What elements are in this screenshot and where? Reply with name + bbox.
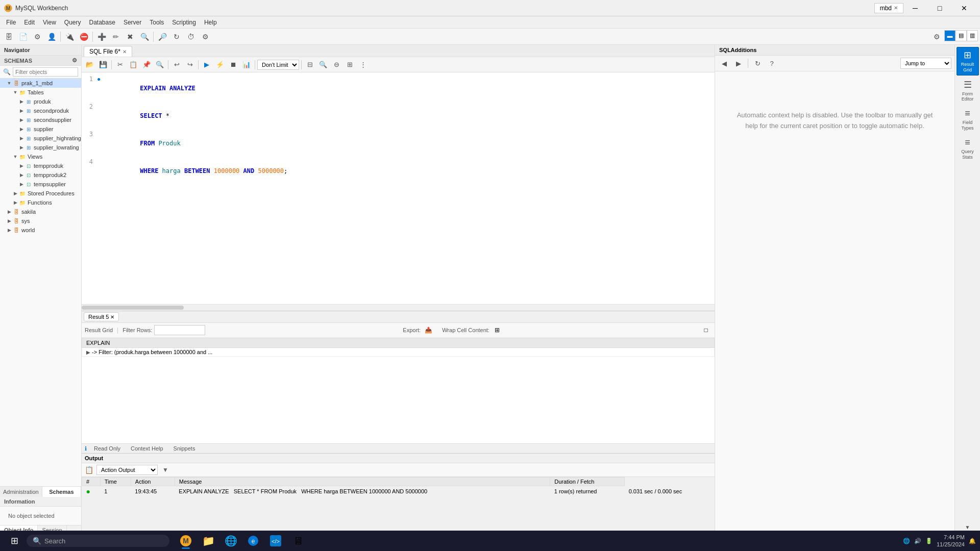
additions-back-btn[interactable]: ◀ <box>718 57 730 69</box>
edit-btn[interactable]: ✏ <box>109 30 122 43</box>
exec-sel-btn[interactable]: ⚡ <box>214 59 226 71</box>
limit-select[interactable]: Don't Limit 1000 rows <box>257 60 299 70</box>
disconnect-btn[interactable]: ⛔ <box>77 30 90 43</box>
tree-item-produk[interactable]: ▶ ⊞ produk <box>0 97 81 106</box>
tree-item-supplier-high[interactable]: ▶ ⊞ supplier_highrating <box>0 134 81 143</box>
sql-file-tab[interactable]: SQL File 6* ✕ <box>84 46 132 57</box>
tab-schemas[interactable]: Schemas <box>42 487 81 497</box>
code-editor[interactable]: 1 ● EXPLAIN ANALYZE 2 SELECT * 3 FROM Pr… <box>82 72 715 304</box>
tree-item-supplier[interactable]: ▶ ⊞ supplier <box>0 124 81 134</box>
snippets-btn[interactable]: Snippets <box>170 445 199 452</box>
filter-input[interactable] <box>13 67 78 77</box>
wrap-cell-btn[interactable]: ⊞ <box>492 324 503 336</box>
copy-btn[interactable]: 📋 <box>127 59 139 71</box>
context-help-btn[interactable]: Context Help <box>128 445 166 452</box>
menu-tools[interactable]: Tools <box>145 18 168 27</box>
tree-item-tempproduk[interactable]: ▶ ⊡ tempproduk <box>0 161 81 170</box>
stop-btn[interactable]: ⏹ <box>227 59 239 71</box>
tree-item-sys[interactable]: ▶ 🗄 sys <box>0 216 81 226</box>
view-mode-2[interactable]: ▤ <box>955 30 967 41</box>
save-file-btn[interactable]: 💾 <box>97 59 109 71</box>
menu-file[interactable]: File <box>2 18 20 27</box>
redo-btn[interactable]: ↪ <box>184 59 196 71</box>
menu-query[interactable]: Query <box>60 18 85 27</box>
menu-view[interactable]: View <box>39 18 60 27</box>
query-stats-btn[interactable]: ≡ QueryStats <box>957 135 979 163</box>
read-only-btn[interactable]: Read Only <box>91 445 124 452</box>
taskbar-app-vscode[interactable]: </> <box>265 532 286 550</box>
close-button[interactable]: ✕ <box>952 0 976 16</box>
settings-btn[interactable]: ⚙ <box>199 30 212 43</box>
new-query-btn[interactable]: 📄 <box>16 30 30 43</box>
expand-result-btn[interactable]: □ <box>700 324 712 336</box>
menu-scripting[interactable]: Scripting <box>168 18 200 27</box>
start-button[interactable]: ⊞ <box>4 533 24 549</box>
maximize-button[interactable]: □ <box>928 0 951 16</box>
tree-item-tempproduk2[interactable]: ▶ ⊡ tempproduk2 <box>0 170 81 180</box>
delete-btn[interactable]: ✖ <box>124 30 137 43</box>
row-expand-arrow[interactable]: ▶ <box>86 349 90 355</box>
format-btn[interactable]: ⊟ <box>304 59 316 71</box>
result-tab-5-close[interactable]: ✕ <box>110 314 114 320</box>
cut-btn[interactable]: ✂ <box>114 59 126 71</box>
new-function-btn[interactable]: ⚙ <box>31 30 44 43</box>
tree-item-views[interactable]: ▼ 📁 Views <box>0 152 81 161</box>
menu-database[interactable]: Database <box>85 18 119 27</box>
add-btn[interactable]: ➕ <box>95 30 108 43</box>
tree-item-tables[interactable]: ▼ 📁 Tables <box>0 88 81 97</box>
new-user-btn[interactable]: 👤 <box>45 30 58 43</box>
paste-btn[interactable]: 📌 <box>140 59 153 71</box>
taskbar-time[interactable]: 7:44 PM 11/25/2024 <box>937 534 965 548</box>
connect-btn[interactable]: 🔌 <box>63 30 76 43</box>
history-btn[interactable]: ⏱ <box>184 30 198 43</box>
result-tab-5[interactable]: Result 5 ✕ <box>84 312 119 321</box>
taskbar-app-terminal[interactable]: 🖥 <box>288 532 308 550</box>
sql-file-tab-close[interactable]: ✕ <box>122 49 127 55</box>
tree-item-secondsupplier[interactable]: ▶ ⊞ secondsupplier <box>0 115 81 124</box>
zoom-in-btn[interactable]: 🔍 <box>317 59 329 71</box>
explain-btn[interactable]: 📊 <box>240 59 253 71</box>
additions-forward-btn[interactable]: ▶ <box>732 57 745 69</box>
gear-icon[interactable]: ⚙ <box>930 30 943 43</box>
minimize-button[interactable]: ─ <box>903 0 927 16</box>
hscroll-thumb[interactable] <box>82 306 184 310</box>
output-type-select[interactable]: Action Output <box>96 465 158 475</box>
tree-item-tempsupplier[interactable]: ▶ ⊡ tempsupplier <box>0 180 81 189</box>
view-mode-3[interactable]: ▥ <box>967 30 978 41</box>
tab-administration[interactable]: Administration <box>0 487 42 497</box>
table-row[interactable]: ▶ -> Filter: (produk.harga between 10000… <box>82 348 715 357</box>
taskbar-search[interactable]: 🔍 Search <box>27 535 169 547</box>
taskbar-app-chrome[interactable]: 🌐 <box>220 532 241 550</box>
undo-btn[interactable]: ↩ <box>170 59 183 71</box>
tree-item-stored-procs[interactable]: ▶ 📁 Stored Procedures <box>0 189 81 198</box>
taskbar-app-workbench[interactable]: M <box>176 532 196 550</box>
search-btn[interactable]: 🔎 <box>156 30 169 43</box>
zoom-out-btn[interactable]: ⊖ <box>330 59 342 71</box>
tree-item-world[interactable]: ▶ 🗄 world <box>0 226 81 235</box>
new-schema-btn[interactable]: 🗄 <box>2 30 15 43</box>
additions-help-btn[interactable]: ? <box>766 57 778 69</box>
more-btn[interactable]: ⋮ <box>357 59 369 71</box>
form-editor-btn[interactable]: ☰ FormEditor <box>957 77 979 105</box>
view-mode-1[interactable]: ▬ <box>944 30 955 41</box>
field-types-btn[interactable]: ≡ FieldTypes <box>957 106 979 134</box>
taskbar-app-files[interactable]: 📁 <box>198 532 218 550</box>
wrap-btn[interactable]: ⊞ <box>344 59 356 71</box>
tree-item-supplier-low[interactable]: ▶ ⊞ supplier_lowrating <box>0 143 81 152</box>
output-dropdown-arrow[interactable]: ▼ <box>161 465 170 474</box>
inspect-btn[interactable]: 🔍 <box>138 30 151 43</box>
result-grid-btn[interactable]: ⊞ ResultGrid <box>957 47 979 76</box>
find-btn[interactable]: 🔍 <box>154 59 166 71</box>
tab-mbd-close[interactable]: ✕ <box>894 5 898 11</box>
additions-refresh-btn[interactable]: ↻ <box>751 57 764 69</box>
jump-to-select[interactable]: Jump to <box>900 58 951 69</box>
tree-item-prak1mbd[interactable]: ▼ 🗄 prak_1_mbd <box>0 79 81 88</box>
taskbar-app-edge[interactable]: e <box>243 532 263 550</box>
tree-item-secondproduk[interactable]: ▶ ⊞ secondproduk <box>0 106 81 115</box>
menu-edit[interactable]: Edit <box>20 18 39 27</box>
tab-mbd[interactable]: mbd ✕ <box>874 3 903 13</box>
tree-item-functions[interactable]: ▶ 📁 Functions <box>0 198 81 207</box>
export-btn[interactable]: 📤 <box>423 324 434 336</box>
open-file-btn[interactable]: 📂 <box>84 59 96 71</box>
exec-all-btn[interactable]: ▶ <box>201 59 213 71</box>
